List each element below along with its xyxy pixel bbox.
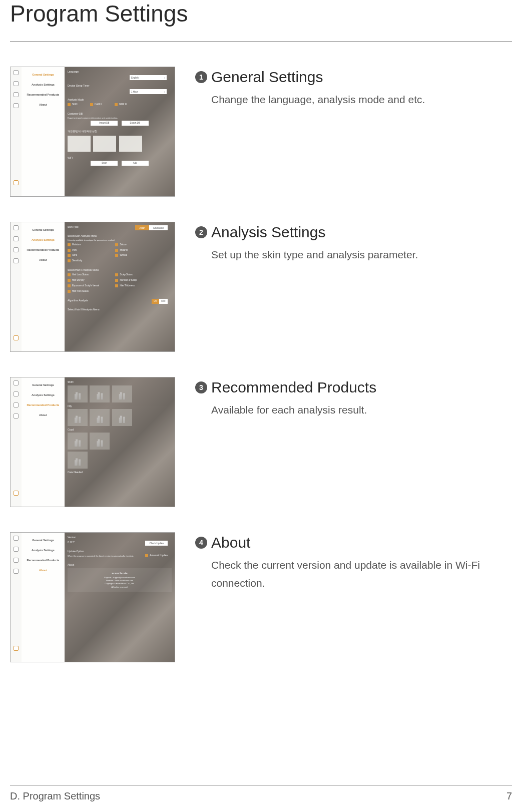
nav-about: About: [39, 569, 47, 572]
settings-icon: [14, 180, 19, 185]
param-vessel: Exposure of Scalp's Vessel: [68, 284, 103, 287]
nav-general: General Settings: [32, 228, 54, 231]
desc-title-3: Recommended Products: [211, 379, 376, 396]
algo-off-button: OFF: [159, 299, 168, 304]
desc-title-4: About: [211, 534, 250, 551]
prod-dry2: [112, 409, 132, 426]
language-label: Language: [68, 70, 79, 73]
home-icon: [14, 225, 19, 230]
nav-general: General Settings: [32, 539, 54, 542]
badge-4: 4: [195, 537, 207, 549]
thumb-iconbar-3: [11, 377, 22, 507]
settings-icon: [14, 335, 19, 340]
algo-on-button: ON: [152, 299, 159, 304]
prod-good-2: [90, 433, 110, 450]
analysis-icon: [14, 558, 19, 563]
about-label: About: [68, 563, 172, 566]
analysis-icon: [14, 92, 19, 97]
desc-body-2: Set up the skin type and analysis parame…: [211, 246, 512, 264]
thumb-iconbar-2: [11, 222, 22, 351]
mode-opt-hair2: HAIR II: [90, 103, 102, 106]
thumb-iconbar-4: [11, 533, 22, 662]
thumbnail-general-settings: General Settings Analysis Settings Recom…: [10, 67, 175, 197]
db-label: Customer DB: [68, 112, 172, 115]
thumbnail-recommended-products: General Settings Analysis Settings Recom…: [10, 377, 175, 507]
thumb-nav: General Settings Analysis Settings Recom…: [22, 67, 65, 196]
hair3-menu-label: Select Hair III Analysis Menu: [68, 308, 172, 311]
bg-thumb-1: [68, 136, 91, 152]
thumbnail-analysis-settings: General Settings Analysis Settings Recom…: [10, 222, 175, 352]
page-footer: D. Program Settings 7: [10, 785, 512, 802]
sleep-label: Device Sleep Timer: [68, 84, 89, 87]
nav-general: General Settings: [32, 383, 54, 386]
about-card: aram huvis Support : support@aramhuvis.c…: [68, 568, 172, 592]
care-label: Care Needed: [68, 471, 172, 474]
settings-icon: [14, 646, 19, 651]
prod-oily: [68, 409, 88, 426]
param-acne: Acne: [68, 254, 103, 257]
settings-icon: [14, 491, 19, 496]
param-density: Hair Density: [68, 279, 103, 282]
skintype-label: Skin Type: [68, 225, 79, 228]
analysis-icon: [14, 402, 19, 408]
thumb-content-general: Language English Device Sleep Timer 1 Ho…: [65, 67, 175, 196]
view-icon: [14, 569, 19, 574]
db-desc: Export or import customer information an…: [68, 117, 172, 119]
update-opt-label: Update Option: [68, 550, 172, 553]
desc-analysis: 2 Analysis Settings Set up the skin type…: [195, 222, 512, 264]
bg-label: 개인용/업체 배경화면 설정: [68, 130, 172, 133]
skintype-caucasian-button: Caucasian: [149, 225, 168, 230]
skin-label: SKIN: [68, 380, 172, 383]
section-about: General Settings Analysis Settings Recom…: [10, 532, 512, 662]
thumb-content-analysis: Skin Type AsianCaucasian Select Skin Ana…: [65, 222, 175, 351]
section-analysis-settings: General Settings Analysis Settings Recom…: [10, 222, 512, 352]
customer-icon: [14, 81, 19, 86]
home-icon: [14, 380, 19, 385]
param-numscalp: Number of Scalp: [115, 279, 137, 282]
rights-text: All rights reserved.: [71, 586, 169, 589]
thumb-content-products: SKIN Oily Good Care Needed: [65, 377, 175, 507]
thumb-content-about: Version 0.12.7 Check Update Update Optio…: [65, 533, 175, 662]
section-general-settings: General Settings Analysis Settings Recom…: [10, 67, 512, 197]
prod-good-1: [68, 433, 88, 450]
version-value: 0.12.7: [68, 541, 75, 544]
oily-label: Oily: [68, 404, 172, 408]
section-recommended-products: General Settings Analysis Settings Recom…: [10, 377, 512, 507]
param-melanin: Melanin: [115, 249, 128, 252]
view-icon: [14, 258, 19, 263]
wifi-scan-button: Scan: [91, 161, 118, 166]
badge-3: 3: [195, 381, 207, 393]
nav-about: About: [39, 258, 47, 261]
desc-general: 1 General Settings Change the language, …: [195, 67, 512, 109]
badge-2: 2: [195, 226, 207, 238]
nav-recommended: Recommended Products: [27, 248, 60, 251]
nav-about: About: [39, 414, 47, 417]
thumb-nav-4: General Settings Analysis Settings Recom…: [22, 533, 65, 662]
nav-analysis: Analysis Settings: [32, 393, 55, 396]
param-pore-status: Hair Pore Status: [68, 290, 89, 293]
mode-opt-skin: SKIN: [68, 103, 78, 106]
nav-analysis: Analysis Settings: [32, 238, 55, 241]
nav-analysis: Analysis Settings: [32, 83, 55, 86]
wifi-label: WiFi: [68, 156, 172, 159]
prod-normal: [90, 385, 110, 402]
mode-opt-hair3: HAIR III: [115, 103, 127, 106]
nav-recommended: Recommended Products: [27, 93, 60, 96]
nav-recommended: Recommended Products: [27, 403, 60, 407]
wifi-add-button: Add: [122, 161, 149, 166]
prod-moist: [68, 385, 88, 402]
param-thickness: Hair Thickness: [115, 284, 135, 287]
skintype-asian-button: Asian: [135, 225, 149, 230]
hair2-menu-label: Select Hair II Analysis Menu: [68, 268, 172, 271]
footer-page-number: 7: [506, 790, 512, 802]
thumb-iconbar: [11, 67, 22, 196]
skin-menu-desc: It is only available to analyze the para…: [68, 239, 172, 241]
skin-menu-label: Select Skin Analysis Menu: [68, 234, 172, 237]
prod-dry: [112, 385, 132, 402]
desc-title-1: General Settings: [211, 69, 323, 86]
check-update-button: Check Update: [145, 541, 168, 546]
desc-body-3: Available for each analysis result.: [211, 401, 512, 419]
view-icon: [14, 103, 19, 108]
page-title: Program Settings: [10, 0, 512, 42]
good-label: Good: [68, 428, 172, 431]
